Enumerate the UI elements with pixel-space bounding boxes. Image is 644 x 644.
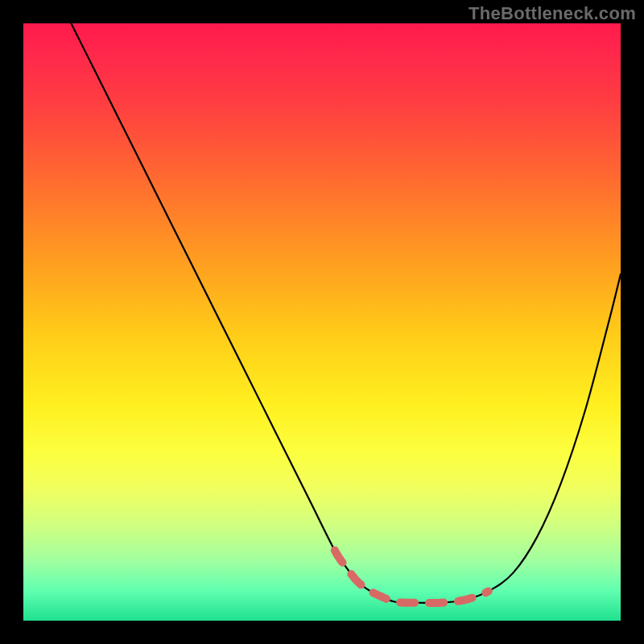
bottleneck-curve <box>23 23 621 621</box>
chart-container: TheBottleneck.com <box>0 0 644 644</box>
plot-area <box>23 23 621 621</box>
trough-dash-overlay <box>335 551 489 603</box>
watermark-text: TheBottleneck.com <box>469 3 636 24</box>
